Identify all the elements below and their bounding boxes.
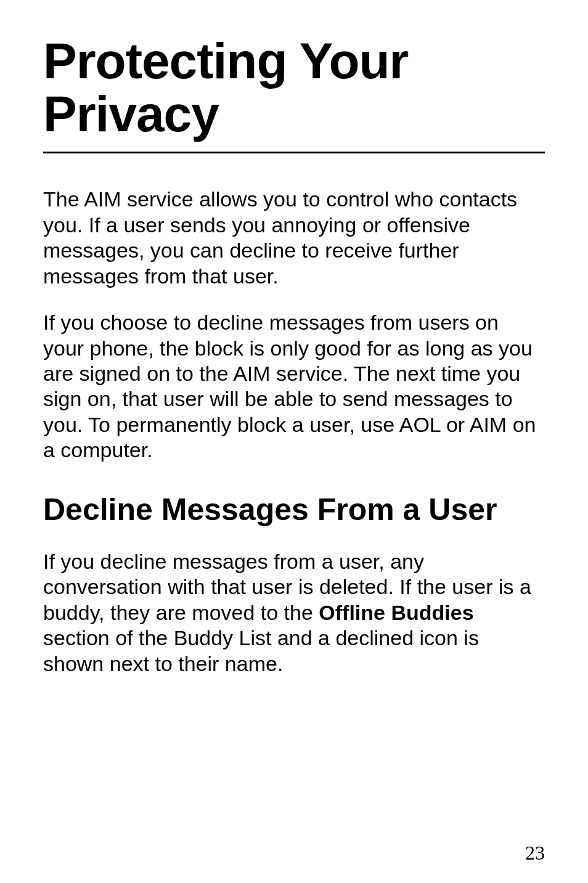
paragraph-1: The AIM service allows you to control wh… [43,187,545,289]
section-heading: Decline Messages From a User [43,493,545,527]
page-title: Protecting Your Privacy [43,35,545,153]
page-number: 23 [525,842,545,865]
paragraph-3-part2: section of the Buddy List and a declined… [43,626,479,675]
paragraph-3: If you decline messages from a user, any… [43,549,545,677]
paragraph-2: If you choose to decline messages from u… [43,310,545,463]
paragraph-3-bold: Offline Buddies [319,601,473,624]
